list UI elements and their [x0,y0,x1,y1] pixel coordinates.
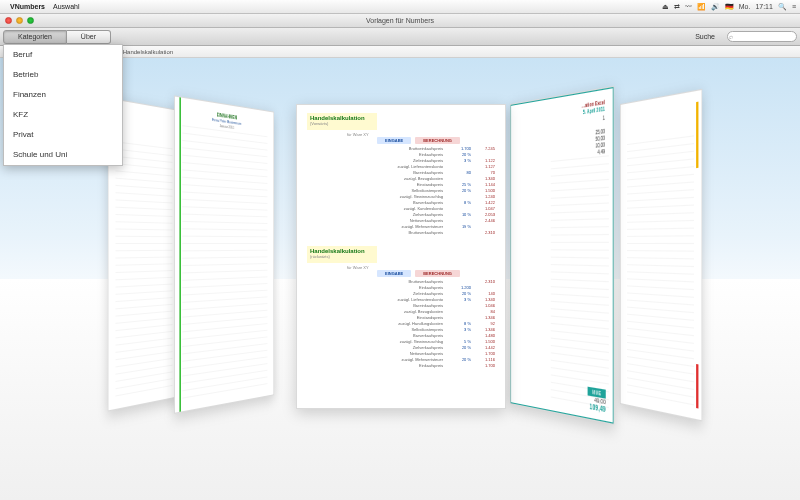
search-icon: ⌕ [729,33,733,40]
menubar-time[interactable]: 17:11 [755,3,773,10]
sheet-rows-a: Bruttoeinkaufspreis1.7007.245Einkaufspre… [307,146,495,236]
wifi-icon[interactable]: 📶 [697,3,706,11]
sheet-row: Einkaufspreis1.700 [307,363,495,369]
sheet-subtitle-b: (rückwärts) [310,254,374,259]
breadcrumb-item[interactable]: Handelskalkulation [123,49,173,55]
window-minimize-button[interactable] [16,17,23,24]
window-titlebar: Vorlagen für Numbers [0,14,800,28]
sheet-subtitle: (Vorwärts) [310,121,374,126]
category-dropdown: Beruf Betrieb Finanzen KFZ Privat Schule… [3,44,123,166]
menubar-item-auswahl[interactable]: Auswahl [53,3,79,10]
search-area: Suche ⌕ [695,31,797,42]
column-header-eingabe: EINGABE [377,137,411,144]
category-tabs: Kategorien Über [3,30,111,44]
search-input[interactable] [727,31,797,42]
dropdown-item-finanzen[interactable]: Finanzen [4,85,122,105]
spotlight-icon[interactable]: 🔍 [778,3,787,11]
menubar-status-area: ⏏ ⇄ 〰 📶 🔊 🇩🇪 Mo. 17:11 🔍 ≡ [662,3,796,11]
menubar-app-name[interactable]: VNumbers [10,3,45,10]
input-source-icon[interactable]: 🇩🇪 [725,3,734,11]
template-card-selected[interactable]: Handelskalkulation (Vorwärts) für Ware X… [296,104,506,409]
traffic-lights [5,17,34,24]
template-card-left[interactable]: EINNAHMEN Firma Peter Mustermann Januar … [174,95,274,413]
column-header-eingabe-b: EINGABE [377,270,411,277]
macos-menubar: VNumbers Auswahl ⏏ ⇄ 〰 📶 🔊 🇩🇪 Mo. 17:11 … [0,0,800,14]
dropdown-item-beruf[interactable]: Beruf [4,45,122,65]
dropdown-item-privat[interactable]: Privat [4,125,122,145]
menubar-day[interactable]: Mo. [739,3,751,10]
search-label: Suche [695,33,715,40]
dropdown-item-schule[interactable]: Schule und Uni [4,145,122,165]
notification-center-icon[interactable]: ≡ [792,3,796,10]
window-title: Vorlagen für Numbers [0,17,800,24]
tab-ueber[interactable]: Über [67,30,111,44]
template-card-far-right[interactable] [620,89,702,422]
column-header-berechnung-b: BERECHNUNG [415,270,460,277]
sheet-row: Bruttoverkaufspreis2.310 [307,230,495,236]
template-preview: Handelskalkulation (Vorwärts) für Ware X… [297,105,505,408]
activity-icon[interactable]: 〰 [685,3,692,10]
dropdown-item-betrieb[interactable]: Betrieb [4,65,122,85]
eject-icon[interactable]: ⏏ [662,3,669,11]
template-card-right[interactable]: …ation Excel 5. April 2011 1 25,00 50,00… [510,86,614,425]
column-header-berechnung: BERECHNUNG [415,137,460,144]
sync-icon[interactable]: ⇄ [674,3,680,11]
volume-icon[interactable]: 🔊 [711,3,720,11]
sheet-rows-b: Bruttoverkaufspreis2.310Einkaufspreis1.2… [307,279,495,369]
tab-kategorien[interactable]: Kategorien [3,30,67,44]
dropdown-item-kfz[interactable]: KFZ [4,105,122,125]
window-zoom-button[interactable] [27,17,34,24]
window-close-button[interactable] [5,17,12,24]
